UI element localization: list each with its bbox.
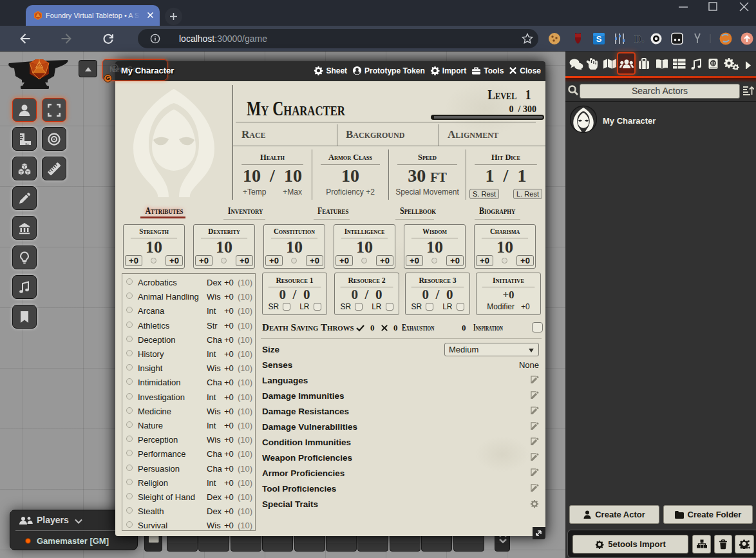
svg-text:D.: D. [634, 34, 645, 44]
svg-text:S: S [596, 34, 602, 44]
